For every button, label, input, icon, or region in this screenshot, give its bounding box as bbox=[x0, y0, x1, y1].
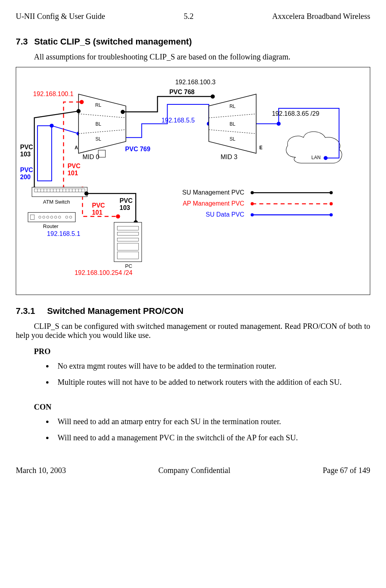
pvc200-label: PVC200 bbox=[20, 167, 33, 180]
svg-marker-7 bbox=[78, 94, 126, 153]
subsection-title: Switched Management PRO/CON bbox=[47, 306, 184, 316]
svg-rect-10 bbox=[98, 150, 105, 157]
svg-point-5 bbox=[277, 122, 280, 125]
ap-sl-label: SL bbox=[95, 136, 101, 142]
su-bl-label: BL bbox=[229, 121, 235, 127]
con-label: CON bbox=[34, 403, 370, 412]
page-header: U-NII Config & User Guide 5.2 Axxcelera … bbox=[16, 12, 370, 21]
svg-point-61 bbox=[251, 202, 254, 205]
ip-100-3-label: 192.168.100.3 bbox=[175, 79, 215, 85]
svg-point-65 bbox=[330, 213, 333, 216]
con-list: Will need to add an atmarp entry for eac… bbox=[54, 417, 370, 442]
pro-item: Multiple routes will not have to be adde… bbox=[54, 378, 370, 387]
page-footer: March 10, 2003 Company Confidential Page… bbox=[16, 466, 370, 475]
su-sl-label: SL bbox=[229, 136, 235, 142]
pc: PC bbox=[114, 222, 142, 269]
pvc103-label: PVC103 bbox=[20, 144, 33, 158]
su-rl-label: RL bbox=[229, 104, 236, 109]
svg-point-62 bbox=[330, 202, 333, 205]
legend-su-data: SU Data PVC bbox=[206, 211, 244, 218]
con-item: Will need to add an atmarp entry for eac… bbox=[54, 417, 370, 426]
ap-bl-label: BL bbox=[95, 121, 101, 127]
svg-point-21 bbox=[116, 215, 119, 218]
header-center: 5.2 bbox=[184, 12, 194, 21]
svg-rect-51 bbox=[114, 222, 142, 262]
router: Router bbox=[28, 212, 75, 229]
svg-point-17 bbox=[211, 95, 214, 98]
pvc101-2-label: PVC101 bbox=[92, 202, 105, 216]
atm-switch: ATM Switch bbox=[32, 187, 87, 205]
lan-label: LAN bbox=[311, 155, 321, 160]
subsection-heading: 7.3.1 Switched Management PRO/CON bbox=[16, 306, 370, 316]
ip-5-5-label: 192.168.5.5 bbox=[161, 117, 195, 124]
svg-point-39 bbox=[85, 192, 88, 195]
svg-point-16 bbox=[121, 110, 124, 113]
con-item: Will need to add a management PVC in the… bbox=[54, 433, 370, 442]
pvc101-label: PVC101 bbox=[67, 163, 80, 176]
subsection-intro: CLIP_S can be configured with switched m… bbox=[16, 322, 370, 340]
legend: SU Management PVC AP Management PVC SU D… bbox=[182, 189, 333, 218]
ip-100-1-label: 192.168.100.1 bbox=[33, 91, 73, 97]
diagram-svg: LAN RL BL SL A MID 0 RL BL SL E MID 3 bbox=[19, 70, 367, 291]
legend-su-mgmt: SU Management PVC bbox=[182, 189, 244, 196]
pvc103-2-label: PVC103 bbox=[119, 197, 132, 211]
footer-left: March 10, 2003 bbox=[16, 466, 66, 475]
pc-label: PC bbox=[125, 263, 132, 269]
pro-item: No extra mgmt routes will have to be add… bbox=[54, 362, 370, 371]
section-number: 7.3 bbox=[16, 37, 28, 46]
router-label: Router bbox=[43, 223, 59, 229]
intro-text: All assumptions for troubleshooting CLIP… bbox=[34, 52, 370, 61]
svg-point-59 bbox=[330, 191, 333, 194]
section-heading: 7.3 Static CLIP_S (switched management) bbox=[16, 37, 370, 47]
pvc768-label: PVC 768 bbox=[169, 89, 194, 95]
su-trapezoid: RL BL SL E MID 3 bbox=[209, 94, 263, 160]
section-title: Static CLIP_S (switched management) bbox=[34, 37, 192, 46]
ap-mid-label: MID 0 bbox=[82, 154, 99, 160]
pvc769-label: PVC 769 bbox=[125, 146, 150, 152]
su-mid-label: MID 3 bbox=[221, 154, 238, 160]
atm-switch-label: ATM Switch bbox=[43, 199, 70, 205]
pro-list: No extra mgmt routes will have to be add… bbox=[54, 362, 370, 387]
network-diagram: LAN RL BL SL A MID 0 RL BL SL E MID 3 bbox=[16, 67, 370, 295]
header-right: Axxcelera Broadband Wireless bbox=[272, 12, 370, 21]
ip-100-254-label: 192.168.100.254 /24 bbox=[75, 269, 132, 276]
header-left: U-NII Config & User Guide bbox=[16, 12, 105, 21]
subsection-number: 7.3.1 bbox=[16, 306, 35, 316]
svg-point-1 bbox=[50, 124, 53, 127]
svg-point-15 bbox=[77, 109, 80, 113]
ap-trapezoid: RL BL SL A MID 0 bbox=[75, 94, 126, 160]
svg-point-64 bbox=[251, 213, 254, 216]
svg-point-19 bbox=[80, 100, 83, 104]
svg-point-58 bbox=[251, 191, 254, 194]
svg-point-6 bbox=[324, 156, 327, 160]
ip-5-1-label: 192.168.5.1 bbox=[47, 230, 80, 237]
ip-3-65-label: 192.168.3.65 /29 bbox=[272, 110, 319, 117]
svg-rect-41 bbox=[28, 212, 75, 222]
footer-right: Page 67 of 149 bbox=[323, 466, 370, 475]
footer-center: Company Confidential bbox=[158, 466, 230, 475]
ap-rl-label: RL bbox=[95, 102, 102, 108]
su-e-label: E bbox=[259, 145, 263, 150]
pro-label: PRO bbox=[34, 347, 370, 356]
ap-a-label: A bbox=[75, 145, 78, 150]
legend-ap-mgmt: AP Management PVC bbox=[183, 200, 244, 207]
